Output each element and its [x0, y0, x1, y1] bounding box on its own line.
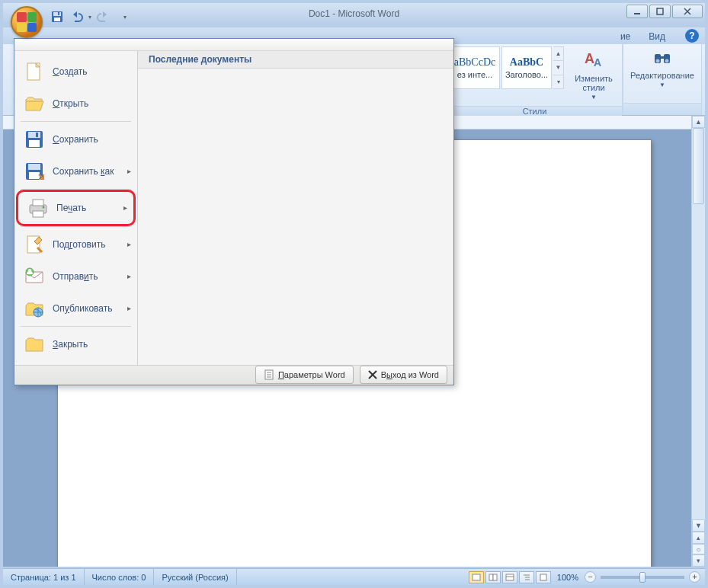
svg-point-12 [665, 59, 669, 63]
help-button[interactable]: ? [685, 29, 699, 43]
open-folder-icon [22, 91, 46, 116]
maximize-button[interactable] [649, 5, 671, 18]
view-outline[interactable] [519, 571, 534, 583]
svg-rect-10 [660, 56, 665, 59]
zoom-in-button[interactable]: + [689, 571, 700, 583]
menu-publish[interactable]: Опубликовать ▸ [18, 292, 134, 324]
style-no-spacing[interactable]: aBbCcDc ез инте... [450, 46, 500, 89]
vertical-scrollbar[interactable]: ▲ ▼ ▴ ○ ▾ [691, 116, 705, 567]
styles-group: aBbCcDc ез инте... AaBbC Заголово... ▲ ▼… [447, 44, 623, 115]
qat-redo-button[interactable] [95, 8, 111, 25]
svg-rect-33 [33, 211, 43, 217]
svg-rect-25 [28, 132, 40, 138]
scroll-down-button[interactable]: ▼ [692, 519, 705, 532]
publish-icon [22, 296, 46, 321]
status-language[interactable]: Русский (Россия) [154, 569, 236, 585]
svg-rect-30 [29, 172, 40, 179]
qat-save-button[interactable] [49, 8, 66, 25]
svg-rect-26 [29, 140, 40, 147]
submenu-arrow-icon: ▸ [127, 272, 131, 280]
view-web-layout[interactable] [502, 571, 517, 583]
menu-send[interactable]: Отправить ▸ [18, 260, 134, 292]
exit-word-button[interactable]: Выход из Word [360, 366, 447, 384]
change-styles-icon: AA [582, 50, 605, 71]
save-as-icon [22, 159, 46, 184]
office-button[interactable] [11, 6, 43, 38]
tab-partial-1[interactable]: ие [611, 29, 639, 44]
styles-scroll-down[interactable]: ▼ [553, 61, 563, 75]
svg-rect-15 [489, 574, 493, 580]
menu-print[interactable]: Печать ▸ [21, 192, 130, 224]
print-layout-icon [472, 574, 481, 581]
svg-text:A: A [594, 56, 601, 69]
zoom-slider[interactable] [601, 576, 684, 579]
menu-new[interactable]: Создать [18, 56, 134, 88]
view-print-layout[interactable] [469, 571, 484, 583]
zoom-level[interactable]: 100% [553, 573, 583, 582]
status-page[interactable]: Страница: 1 из 1 [3, 569, 85, 585]
svg-rect-3 [58, 12, 59, 15]
styles-expand[interactable]: ▾ [553, 75, 563, 88]
qat-undo-button[interactable] [69, 8, 85, 25]
next-page-button[interactable]: ▾ [692, 554, 705, 567]
redo-icon [97, 11, 109, 22]
binoculars-icon [653, 50, 671, 68]
svg-rect-32 [33, 200, 43, 206]
send-icon [22, 264, 46, 289]
office-menu-footer: Параметры Word Выход из Word [14, 365, 453, 385]
editing-button[interactable]: Редактирование ▼ [626, 46, 699, 91]
scroll-up-button[interactable]: ▲ [692, 116, 705, 128]
fullscreen-icon [489, 574, 498, 581]
menu-prepare[interactable]: Подготовить ▸ [18, 228, 134, 260]
close-window-button[interactable] [672, 5, 703, 18]
svg-rect-17 [506, 574, 514, 580]
web-layout-icon [505, 574, 514, 581]
zoom-slider-knob[interactable] [639, 572, 646, 583]
zoom-out-button[interactable]: − [585, 571, 596, 583]
outline-icon [522, 574, 531, 581]
titlebar: ▾ ▾ Doc1 - Microsoft Word [3, 3, 705, 24]
change-styles-button[interactable]: AA Изменить стили ▼ [565, 46, 622, 104]
styles-group-title: Стили [447, 106, 622, 116]
svg-rect-22 [540, 574, 546, 580]
minimize-button[interactable] [626, 5, 648, 18]
status-word-count[interactable]: Число слов: 0 [85, 569, 155, 585]
printer-icon [26, 196, 50, 220]
print-highlight: Печать ▸ [16, 190, 136, 226]
view-full-screen[interactable] [485, 571, 501, 583]
submenu-arrow-icon: ▸ [127, 167, 131, 175]
qat-undo-dropdown[interactable]: ▾ [88, 14, 91, 21]
recent-documents-panel: Последние документы [138, 51, 453, 365]
window-controls [626, 5, 703, 18]
office-menu-commands: Создать Открыть Сохранить Сохранить как … [14, 51, 138, 365]
svg-rect-27 [36, 133, 38, 137]
minimize-icon [633, 8, 641, 15]
save-icon [22, 127, 46, 152]
styles-gallery-scroll: ▲ ▼ ▾ [553, 46, 564, 89]
office-menu: Создать Открыть Сохранить Сохранить как … [14, 38, 454, 385]
view-draft[interactable] [536, 571, 551, 583]
options-doc-icon [264, 369, 274, 380]
word-options-button[interactable]: Параметры Word [255, 366, 354, 384]
menu-open[interactable]: Открыть [18, 88, 134, 120]
tab-view[interactable]: Вид [639, 29, 674, 44]
scroll-thumb[interactable] [693, 128, 704, 204]
style-heading[interactable]: AaBbC Заголово... [501, 46, 552, 89]
prev-page-button[interactable]: ▴ [692, 532, 705, 544]
styles-scroll-up[interactable]: ▲ [553, 47, 563, 61]
window-title: Doc1 - Microsoft Word [309, 8, 399, 19]
svg-rect-29 [28, 164, 40, 170]
menu-close[interactable]: Закрыть [18, 328, 134, 360]
recent-documents-title: Последние документы [138, 51, 453, 69]
prepare-icon [22, 232, 46, 257]
scroll-track[interactable] [692, 128, 705, 518]
close-folder-icon [22, 332, 46, 356]
new-document-icon [22, 59, 46, 84]
office-logo-icon [17, 12, 37, 32]
qat-customize-button[interactable]: ▾ [120, 8, 130, 25]
chevron-down-icon: ▼ [659, 81, 665, 88]
browse-object-button[interactable]: ○ [692, 544, 705, 554]
menu-save[interactable]: Сохранить [18, 123, 134, 155]
menu-save-as[interactable]: Сохранить как ▸ [18, 155, 134, 187]
undo-icon [71, 11, 83, 22]
